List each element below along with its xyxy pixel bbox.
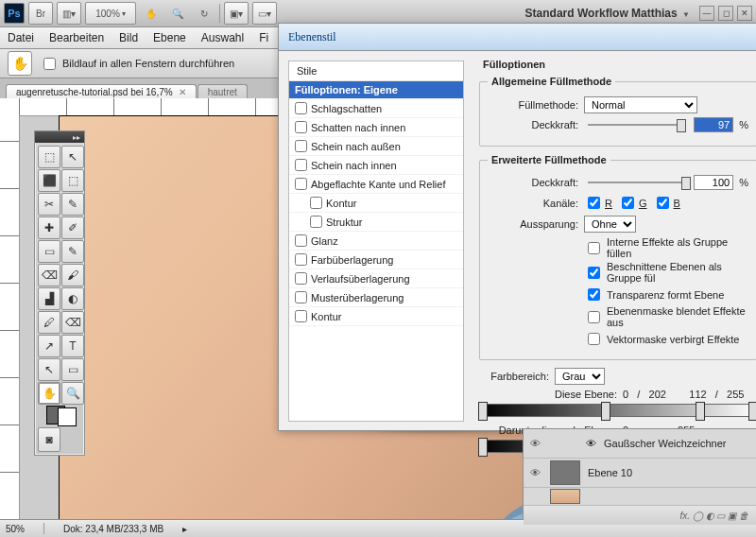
workspace-menu[interactable]: Standard Workflow Matthias ▼ [525,7,690,20]
tool-20[interactable]: ✋ [38,382,60,405]
tool-8[interactable]: ▭ [38,240,60,263]
layer-thumbnail[interactable] [550,489,580,504]
knockout-select[interactable]: Ohne [584,216,636,233]
channels-label: Kanäle: [488,198,578,209]
quick-mask-button[interactable]: ◙ [38,427,60,452]
smart-filter-row[interactable]: 👁 👁 Gaußscher Weichzeichner [524,429,756,459]
tool-2[interactable]: ⬛ [38,169,60,192]
ps-logo: Ps [4,3,25,24]
visibility-icon[interactable] [527,489,542,504]
tool-3[interactable]: ⬚ [61,169,84,192]
tool-13[interactable]: ◐ [61,287,84,310]
tool-11[interactable]: 🖌 [61,264,84,286]
menu-auswahl[interactable]: Auswahl [201,31,244,44]
menu-bild[interactable]: Bild [119,31,138,44]
advanced-option[interactable]: Transparenz formt Ebene [584,286,748,303]
hand-quick-icon[interactable]: ✋ [140,3,163,24]
tool-1[interactable]: ↖ [61,146,84,168]
menu-datei[interactable]: Datei [8,31,34,44]
advanced-option[interactable]: Ebenenmaske blendet Effekte aus [584,305,748,328]
orient-button[interactable]: ▥▾ [57,2,81,25]
minimize-button[interactable]: — [699,6,714,21]
color-swatch[interactable] [46,406,77,426]
visibility-icon[interactable]: 👁 [527,465,542,480]
style-item[interactable]: Kontur [289,194,463,213]
tool-9[interactable]: ✎ [61,240,84,263]
status-zoom[interactable]: 50% [6,524,25,534]
maximize-button[interactable]: ◻ [718,6,733,21]
style-item[interactable]: Verlaufsüberlagerung [289,269,463,288]
tool-19[interactable]: ▭ [61,358,84,381]
layer-thumbnail[interactable] [550,460,580,485]
tool-15[interactable]: ⌫ [61,311,84,334]
tool-14[interactable]: 🖊 [38,311,60,334]
tool-7[interactable]: ✐ [61,217,84,239]
screen-mode-button[interactable]: ▭▾ [252,2,277,25]
arrange-button[interactable]: ▣▾ [224,2,249,25]
chevron-right-icon[interactable]: ▸ [182,524,187,534]
tab-augenretusche[interactable]: augenretusche-tutorial.psd bei 16,7%✕ [6,84,197,99]
tool-21[interactable]: 🔍 [61,382,84,405]
tool-0[interactable]: ⬚ [38,146,60,168]
collapse-icon[interactable]: ▸▸ [73,133,80,142]
scroll-all-checkbox[interactable]: Bildlauf in allen Fenstern durchführen [40,55,234,73]
visibility-icon[interactable]: 👁 [527,436,542,451]
menu-filter[interactable]: Fi [259,31,268,44]
close-button[interactable]: ✕ [737,6,752,21]
layer-style-dialog: Ebenenstil Stile Fülloptionen: EigeneSch… [278,23,756,431]
bridge-button[interactable]: Br [28,2,53,25]
menu-ebene[interactable]: Ebene [153,31,186,44]
this-layer-gradient[interactable] [479,404,756,417]
style-item[interactable]: Kontur [289,307,463,326]
advanced-option[interactable]: Interne Effekte als Gruppe füllen [584,236,748,259]
zoom-level-combo[interactable]: 100%▾ [85,2,136,25]
tools-header[interactable]: ▸▸ [35,131,84,143]
status-doc-size[interactable]: Dok: 23,4 MB/233,3 MB [63,524,163,534]
style-item[interactable]: Farbüberlagerung [289,251,463,269]
layer-row[interactable]: 👁 Ebene 10 [524,459,756,488]
style-item[interactable]: Abgeflachte Kante und Relief [289,175,463,194]
style-item[interactable]: Schlagschatten [289,99,463,118]
tool-5[interactable]: ✎ [61,193,84,216]
layer-row[interactable] [524,488,756,506]
tab-hautretusche[interactable]: hautret [198,84,248,99]
channel-b-checkbox[interactable]: B [653,194,680,212]
ruler-origin[interactable] [0,98,20,116]
current-tool-icon[interactable]: ✋ [8,51,32,76]
style-item[interactable]: Struktur [289,213,463,232]
rotate-view-icon[interactable]: ↻ [193,3,215,24]
style-item[interactable]: Musterüberlagerung [289,288,463,307]
styles-list: Stile Fülloptionen: EigeneSchlagschatten… [288,61,464,422]
opacity-input[interactable] [694,117,733,132]
style-item[interactable]: Glanz [289,232,463,251]
tool-17[interactable]: T [61,335,84,357]
close-icon[interactable]: ✕ [179,87,186,97]
tool-18[interactable]: ↖ [38,358,60,381]
style-item[interactable]: Schatten nach innen [289,118,463,137]
advanced-option[interactable]: Beschnittene Ebenen als Gruppe fül [584,261,748,284]
blend-mode-select[interactable]: Normal [584,96,697,113]
channel-r-checkbox[interactable]: R [584,194,612,212]
layer-name[interactable]: Ebene 10 [588,467,632,478]
opacity-slider[interactable] [588,118,684,131]
tool-10[interactable]: ⌫ [38,264,60,286]
dialog-title-bar[interactable]: Ebenenstil [279,24,756,51]
blend-if-select[interactable]: Grau [555,368,605,385]
layers-buttons[interactable]: fx. ◯ ◐ ▭ ▣ 🗑 [524,506,756,525]
style-item[interactable]: Fülloptionen: Eigene [289,81,463,99]
tool-12[interactable]: ▟ [38,287,60,310]
tool-4[interactable]: ✂ [38,193,60,216]
style-item[interactable]: Schein nach innen [289,156,463,175]
this-layer-values: 0 / 202 112 / 255 [623,389,744,400]
fill-opacity-slider[interactable] [588,176,684,189]
tool-16[interactable]: ↗ [38,335,60,357]
menu-bearbeiten[interactable]: Bearbeiten [49,31,104,44]
style-item[interactable]: Schein nach außen [289,137,463,156]
zoom-quick-icon[interactable]: 🔍 [166,3,189,24]
tool-6[interactable]: ✚ [38,217,60,239]
tools-panel[interactable]: ▸▸ ⬚↖⬛⬚✂✎✚✐▭✎⌫🖌▟◐🖊⌫↗T↖▭✋🔍◙ [34,130,85,456]
channel-g-checkbox[interactable]: G [618,194,647,212]
fill-opacity-input[interactable] [694,175,733,190]
ruler-vertical[interactable] [0,115,20,520]
advanced-option[interactable]: Vektormaske verbirgt Effekte [584,330,748,348]
